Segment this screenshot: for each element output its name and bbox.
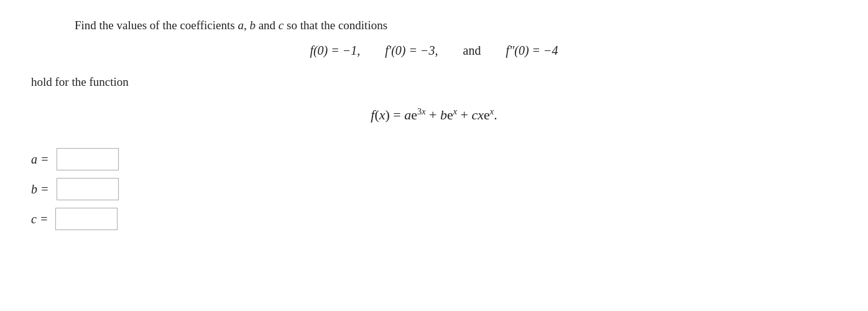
and-text: and xyxy=(463,44,481,58)
hold-text: hold for the function xyxy=(31,75,843,89)
label-a: a = xyxy=(31,152,49,167)
var-a: a xyxy=(238,19,244,32)
page: Find the values of the coefficients a, b… xyxy=(0,0,868,311)
inputs-section: a = b = c = xyxy=(31,148,843,230)
input-row-a: a = xyxy=(31,148,843,170)
input-b[interactable] xyxy=(57,178,119,200)
function-expr: f(x) = ae3x + bex + cxex. xyxy=(371,106,497,123)
problem-intro: Find the values of the coefficients a, b… xyxy=(75,19,843,32)
label-b: b = xyxy=(31,182,49,197)
var-b: b xyxy=(249,19,256,32)
label-c: c = xyxy=(31,212,48,226)
input-row-c: c = xyxy=(31,208,843,230)
condition-f0: f(0) = −1, xyxy=(310,44,360,58)
input-a[interactable] xyxy=(57,148,119,170)
input-c[interactable] xyxy=(55,208,118,230)
conditions-row: f(0) = −1, f′(0) = −3, and f″(0) = −4 xyxy=(25,44,843,58)
condition-fprime0: f′(0) = −3, xyxy=(385,44,438,58)
var-c: c xyxy=(279,19,284,32)
condition-fdprime0: f″(0) = −4 xyxy=(506,44,558,58)
function-row: f(x) = ae3x + bex + cxex. xyxy=(25,106,843,123)
input-row-b: b = xyxy=(31,178,843,200)
